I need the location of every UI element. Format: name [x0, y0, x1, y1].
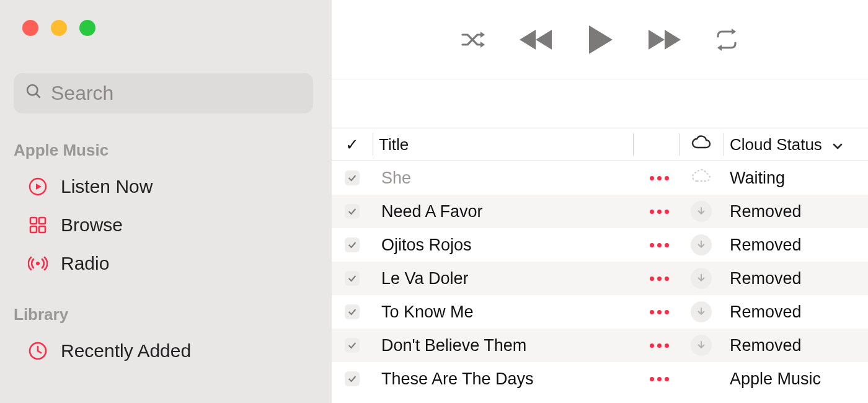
sidebar-item-listen-now[interactable]: Listen Now [0, 167, 332, 206]
sidebar: Search Apple Music Listen Now Browse Rad… [0, 0, 332, 403]
row-checkbox[interactable] [332, 362, 373, 396]
more-button[interactable] [633, 161, 679, 195]
main-content: ✓ Title Cloud Status SheWaitingNeed A Fa… [332, 0, 868, 403]
table-row[interactable]: Le Va DolerRemoved [332, 262, 868, 295]
clock-icon [27, 340, 48, 361]
column-title[interactable]: Title [373, 128, 633, 161]
row-checkbox[interactable] [332, 195, 373, 228]
close-window-button[interactable] [22, 20, 38, 36]
ellipsis-icon [650, 310, 669, 314]
app-window: Search Apple Music Listen Now Browse Rad… [0, 0, 868, 403]
cloud-status-text: Removed [724, 329, 868, 362]
more-button[interactable] [633, 329, 679, 362]
sidebar-item-label: Recently Added [61, 340, 191, 361]
shuffle-button[interactable] [460, 27, 487, 52]
cloud-removed-icon [691, 268, 712, 289]
cloud-status-icon-cell [679, 161, 724, 195]
minimize-window-button[interactable] [51, 20, 67, 36]
more-button[interactable] [633, 228, 679, 262]
cloud-status-text: Removed [724, 262, 868, 295]
cloud-status-icon-cell [679, 362, 724, 396]
track-title: Ojitos Rojos [373, 228, 633, 262]
play-circle-icon [27, 176, 48, 197]
cloud-status-text: Waiting [724, 161, 868, 195]
row-checkbox[interactable] [332, 329, 373, 362]
cloud-waiting-icon [690, 168, 712, 188]
sidebar-item-radio[interactable]: Radio [0, 244, 332, 283]
table-row[interactable]: Ojitos RojosRemoved [332, 228, 868, 262]
more-button[interactable] [633, 295, 679, 329]
row-checkbox[interactable] [332, 262, 373, 295]
window-controls [0, 20, 332, 36]
zoom-window-button[interactable] [79, 20, 95, 36]
track-title: Le Va Doler [373, 262, 633, 295]
search-input[interactable]: Search [14, 73, 313, 113]
table-row[interactable]: Need A FavorRemoved [332, 195, 868, 228]
sidebar-section-apple-music: Apple Music [0, 138, 332, 167]
chevron-down-icon [832, 135, 843, 154]
ellipsis-icon [650, 377, 669, 381]
cloud-status-icon-cell [679, 195, 724, 228]
svg-rect-6 [39, 226, 45, 232]
sidebar-item-label: Browse [61, 215, 123, 236]
row-checkbox[interactable] [332, 295, 373, 329]
cloud-status-icon-cell [679, 228, 724, 262]
cloud-removed-icon [691, 335, 712, 356]
cloud-icon [691, 135, 712, 154]
cloud-status-text: Removed [724, 228, 868, 262]
search-container: Search [14, 73, 313, 113]
cloud-removed-icon [691, 234, 712, 255]
svg-rect-4 [39, 218, 45, 224]
repeat-button[interactable] [713, 28, 740, 51]
ellipsis-icon [650, 210, 669, 214]
tracks-list: SheWaitingNeed A FavorRemovedOjitos Rojo… [332, 161, 868, 396]
column-cloud-icon[interactable] [679, 128, 724, 161]
search-placeholder: Search [51, 82, 113, 105]
column-check[interactable]: ✓ [332, 128, 373, 161]
table-row[interactable]: To Know MeRemoved [332, 295, 868, 329]
cloud-status-icon-cell [679, 329, 724, 362]
more-button[interactable] [633, 195, 679, 228]
ellipsis-icon [650, 277, 669, 281]
svg-rect-3 [30, 218, 37, 224]
next-button[interactable] [645, 26, 683, 53]
ellipsis-icon [650, 176, 669, 180]
play-button[interactable] [585, 23, 615, 56]
table-header: ✓ Title Cloud Status [332, 128, 868, 161]
row-checkbox[interactable] [332, 161, 373, 195]
search-icon [25, 82, 42, 105]
cloud-removed-icon [691, 301, 712, 322]
cloud-status-text: Removed [724, 295, 868, 329]
column-spacer [633, 128, 679, 161]
sidebar-item-recently-added[interactable]: Recently Added [0, 332, 332, 370]
table-row[interactable]: These Are The DaysApple Music [332, 362, 868, 396]
track-title: These Are The Days [373, 362, 633, 396]
svg-rect-5 [30, 226, 37, 232]
track-title: Need A Favor [373, 195, 633, 228]
more-button[interactable] [633, 262, 679, 295]
grid-icon [27, 215, 48, 236]
cloud-status-text: Apple Music [724, 362, 868, 396]
cloud-status-icon-cell [679, 262, 724, 295]
ellipsis-icon [650, 343, 669, 348]
cloud-status-icon-cell [679, 295, 724, 329]
table-row[interactable]: Don't Believe ThemRemoved [332, 329, 868, 362]
player-controls [332, 0, 868, 79]
ellipsis-icon [650, 243, 669, 247]
sidebar-item-browse[interactable]: Browse [0, 206, 332, 244]
track-title: She [373, 161, 633, 195]
more-button[interactable] [633, 362, 679, 396]
cloud-removed-icon [691, 201, 712, 222]
radio-icon [27, 253, 48, 274]
row-checkbox[interactable] [332, 228, 373, 262]
cloud-status-text: Removed [724, 195, 868, 228]
svg-point-0 [27, 85, 37, 95]
sidebar-section-library: Library [0, 303, 332, 332]
column-cloud-status[interactable]: Cloud Status [724, 128, 868, 161]
track-title: Don't Believe Them [373, 329, 633, 362]
sidebar-item-label: Radio [61, 253, 109, 274]
svg-line-1 [37, 94, 40, 98]
sidebar-item-label: Listen Now [61, 176, 153, 197]
previous-button[interactable] [517, 26, 556, 53]
table-row[interactable]: SheWaiting [332, 161, 868, 195]
